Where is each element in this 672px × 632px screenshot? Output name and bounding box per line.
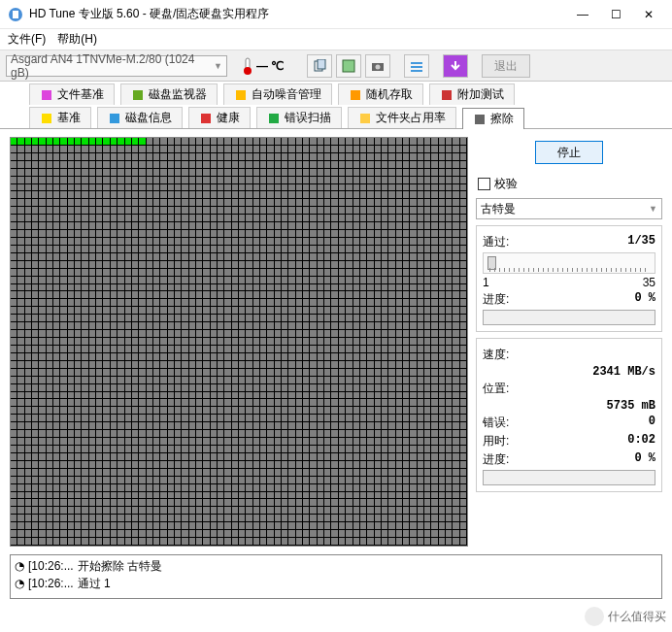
svg-rect-21: [360, 114, 370, 123]
tab-random[interactable]: 随机存取: [338, 83, 423, 105]
random-icon: [349, 88, 362, 102]
svg-rect-22: [475, 115, 485, 124]
clock-icon: ◔: [15, 575, 24, 592]
svg-point-8: [376, 64, 381, 69]
block-grid: [10, 137, 468, 547]
info-icon: [108, 112, 121, 125]
log-area: ◔[10:26:... 开始擦除 古特曼◔[10:26:... 通过 1: [10, 554, 662, 599]
svg-rect-12: [42, 90, 51, 100]
save-icon: [342, 59, 355, 73]
content-area: 停止 校验 古特曼 ▼ 通过:1/35 135 进度:0 % 速度: 2341 …: [0, 129, 672, 554]
svg-rect-13: [133, 90, 143, 100]
thermometer-icon: [241, 56, 254, 76]
tab-bench[interactable]: 基准: [29, 107, 91, 128]
svg-rect-16: [442, 90, 452, 100]
method-value: 古特曼: [481, 201, 516, 217]
pass-slider[interactable]: [483, 252, 655, 274]
svg-rect-17: [42, 114, 51, 123]
menu-file[interactable]: 文件(F): [8, 31, 46, 48]
progress-bar-1: [483, 310, 655, 325]
exit-button[interactable]: 退出: [482, 54, 530, 78]
monitor-icon: [131, 88, 145, 102]
chevron-down-icon: ▼: [214, 61, 222, 71]
svg-rect-14: [236, 90, 246, 100]
pass-panel: 通过:1/35 135 进度:0 %: [476, 225, 662, 332]
health-icon: [199, 112, 213, 125]
tab-info[interactable]: 磁盘信息: [97, 107, 183, 128]
svg-rect-1: [13, 11, 18, 18]
svg-rect-10: [411, 66, 422, 68]
svg-rect-6: [343, 60, 354, 72]
svg-rect-18: [110, 114, 119, 123]
minimize-button[interactable]: —: [577, 8, 588, 21]
drive-select[interactable]: Asgard AN4 1TNVMe-M.2/80 (1024 gB) ▼: [6, 55, 227, 77]
tab-speaker[interactable]: 自动噪音管理: [223, 83, 332, 105]
scan-icon: [267, 112, 281, 125]
tab-monitor[interactable]: 磁盘监视器: [120, 83, 218, 105]
folder-icon: [358, 112, 372, 125]
titlebar: HD Tune 专业版 5.60 - 硬盘/固态硬盘实用程序 — ☐ ✕: [0, 0, 672, 29]
bench-icon: [40, 112, 53, 125]
svg-rect-5: [318, 59, 325, 69]
app-icon: [8, 7, 23, 22]
save-button[interactable]: [336, 54, 361, 78]
drive-select-value: Asgard AN4 1TNVMe-M.2/80 (1024 gB): [11, 52, 214, 80]
speaker-icon: [234, 88, 248, 102]
copy-button[interactable]: [307, 54, 332, 78]
log-row: ◔[10:26:... 开始擦除 古特曼: [15, 557, 657, 575]
side-panel: 停止 校验 古特曼 ▼ 通过:1/35 135 进度:0 % 速度: 2341 …: [476, 137, 662, 547]
tab-erase[interactable]: 擦除: [462, 108, 524, 129]
menu-help[interactable]: 帮助(H): [57, 31, 97, 48]
watermark: 什么值得买: [585, 607, 666, 626]
extra-icon: [440, 88, 454, 102]
tab-extra[interactable]: 附加测试: [429, 83, 515, 105]
camera-icon: [371, 59, 385, 73]
clock-icon: ◔: [15, 557, 24, 575]
svg-rect-15: [351, 90, 360, 100]
close-button[interactable]: ✕: [643, 8, 655, 21]
tab-container: 文件基准磁盘监视器自动噪音管理随机存取附加测试 基准磁盘信息健康错误扫描文件夹占…: [0, 82, 672, 129]
progress-bar-2: [483, 470, 655, 485]
copy-icon: [313, 59, 326, 73]
svg-rect-19: [201, 114, 211, 123]
tab-health[interactable]: 健康: [188, 107, 251, 128]
svg-rect-20: [269, 114, 279, 123]
svg-point-3: [244, 67, 252, 75]
download-icon: [449, 59, 462, 73]
menubar: 文件(F) 帮助(H): [0, 29, 672, 50]
erase-icon: [473, 113, 487, 126]
chevron-down-icon: ▼: [649, 204, 657, 214]
svg-rect-9: [411, 62, 422, 64]
file-icon: [40, 88, 53, 102]
tab-scan[interactable]: 错误扫描: [256, 107, 342, 128]
method-select[interactable]: 古特曼 ▼: [476, 198, 662, 219]
tab-file[interactable]: 文件基准: [29, 83, 115, 105]
stop-button[interactable]: 停止: [535, 141, 603, 164]
options-icon: [410, 59, 423, 73]
svg-rect-11: [411, 70, 422, 72]
toolbar: Asgard AN4 1TNVMe-M.2/80 (1024 gB) ▼ — ℃…: [0, 50, 672, 82]
window-title: HD Tune 专业版 5.60 - 硬盘/固态硬盘实用程序: [29, 6, 577, 22]
download-button[interactable]: [443, 54, 468, 78]
stats-panel: 速度: 2341 MB/s 位置: 5735 mB 错误:0 用时:0:02 进…: [476, 338, 662, 492]
options-button[interactable]: [404, 54, 429, 78]
tab-folder[interactable]: 文件夹占用率: [348, 107, 456, 128]
verify-label: 校验: [494, 176, 518, 192]
temperature-display: — ℃: [241, 56, 284, 76]
verify-checkbox[interactable]: [478, 178, 490, 190]
maximize-button[interactable]: ☐: [610, 8, 622, 21]
log-row: ◔[10:26:... 通过 1: [15, 575, 657, 592]
screenshot-button[interactable]: [365, 54, 390, 78]
